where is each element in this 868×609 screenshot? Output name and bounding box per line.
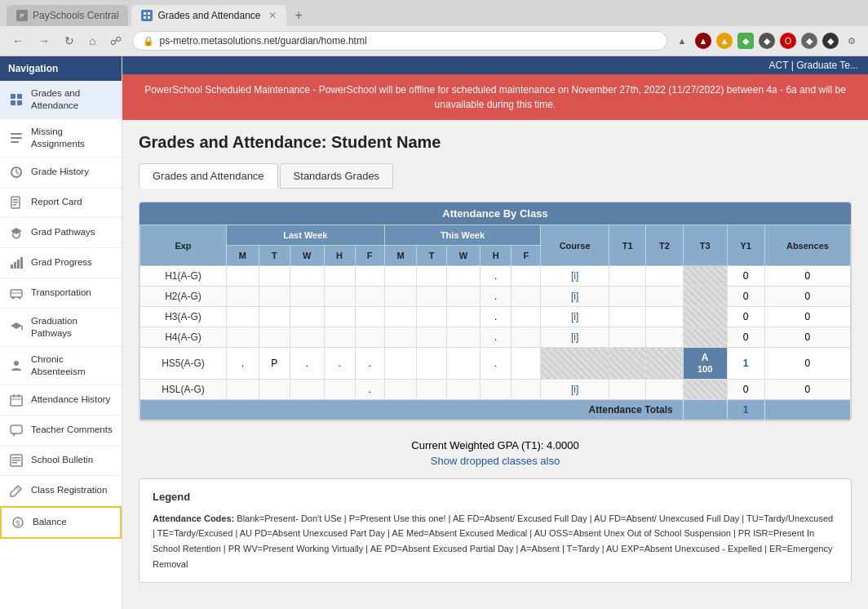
cell-course[interactable]: [i] <box>541 380 609 400</box>
cell-course[interactable]: [i] <box>541 327 609 348</box>
sidebar-item-teacher-comments[interactable]: Teacher Comments <box>0 416 122 446</box>
sidebar-item-class-registration[interactable]: Class Registration <box>0 476 122 506</box>
svg-rect-1 <box>148 12 150 15</box>
cell-tw-t <box>417 287 446 307</box>
col-header-this-week: This Week <box>384 225 541 246</box>
cell-tw-m <box>384 307 417 327</box>
back-button[interactable]: ← <box>8 33 28 49</box>
cell-t2 <box>646 348 683 380</box>
cell-tw-w <box>446 327 480 348</box>
cell-course[interactable]: [i] <box>541 307 609 327</box>
grad-icon <box>8 224 24 241</box>
cell-exp: H3(A-G) <box>140 307 227 327</box>
svg-rect-21 <box>17 260 20 269</box>
sidebar-item-attendance-history[interactable]: Attendance History <box>0 385 122 416</box>
col-header-y1: Y1 <box>727 225 764 266</box>
cell-course <box>541 348 609 380</box>
url-text: ps-metro.metasolutions.net/guardian/home… <box>159 35 366 47</box>
svg-rect-10 <box>11 141 19 143</box>
sidebar-item-school-bulletin[interactable]: School Bulletin <box>0 446 122 476</box>
share-icon[interactable]: ▲ <box>674 33 690 49</box>
cell-t3 <box>683 380 727 400</box>
cell-absences: 0 <box>764 348 850 380</box>
attendance-table-section: Attendance By Class Exp Last Week This W… <box>139 202 852 421</box>
cell-course[interactable]: [i] <box>541 287 609 307</box>
maintenance-text: PowerSchool Scheduled Maintenance - Powe… <box>144 84 846 110</box>
cell-lw-t <box>259 266 290 287</box>
cell-lw-h <box>324 380 355 400</box>
cell-tw-w <box>446 348 480 380</box>
svg-rect-7 <box>17 100 22 105</box>
tab-grades[interactable]: Grades and Attendance ✕ <box>131 5 286 26</box>
cell-tw-f <box>512 287 541 307</box>
sidebar-label-report-card: Report Card <box>31 196 82 208</box>
show-dropped-link[interactable]: Show dropped classes also <box>147 451 844 470</box>
tab-close-btn[interactable]: ✕ <box>268 10 277 21</box>
svg-rect-0 <box>144 12 146 15</box>
new-tab-button[interactable]: + <box>290 8 307 23</box>
cell-lw-w <box>290 307 324 327</box>
settings-icon[interactable]: ⚙ <box>844 33 860 49</box>
legend-codes-label: Attendance Codes: <box>153 513 234 523</box>
sidebar-label-balance: Balance <box>33 516 67 528</box>
cell-tw-f <box>512 327 541 348</box>
warning-icon[interactable]: ▲ <box>716 33 733 49</box>
totals-absences <box>764 400 850 420</box>
ext1-icon[interactable]: ◆ <box>737 33 754 49</box>
col-lw-m: M <box>227 246 259 266</box>
cell-t1 <box>609 287 645 307</box>
url-lock-icon: 🔒 <box>143 36 154 47</box>
pencil-icon <box>8 482 24 499</box>
ext3-icon[interactable]: O <box>780 33 796 49</box>
cell-course[interactable]: [i] <box>541 266 609 287</box>
tab-standards-grades[interactable]: Standards Grades <box>280 163 394 189</box>
cell-t3 <box>683 266 727 287</box>
cell-t2 <box>646 380 683 400</box>
home-button[interactable]: ⌂ <box>85 33 100 49</box>
sidebar-item-balance[interactable]: $ Balance <box>0 506 122 539</box>
cell-y1: 1 <box>727 348 764 380</box>
cell-lw-w <box>290 266 324 287</box>
sidebar-item-transportation[interactable]: Transportation <box>0 278 122 309</box>
cell-lw-m <box>227 287 259 307</box>
col-tw-h: H <box>480 246 512 266</box>
svg-rect-9 <box>11 137 22 139</box>
cell-lw-w: . <box>290 348 324 380</box>
sidebar-item-grades-attendance[interactable]: Grades and Attendance <box>0 81 122 119</box>
sidebar-item-graduation-pathways[interactable]: Graduation Pathways <box>0 309 122 347</box>
cell-tw-w <box>446 307 480 327</box>
svg-text:$: $ <box>16 519 20 527</box>
ext2-icon[interactable]: ◆ <box>759 33 775 49</box>
cell-tw-m <box>384 327 417 348</box>
attendance-section-title: Attendance By Class <box>140 202 851 224</box>
sidebar-item-grad-progress[interactable]: Grad Progress <box>0 248 122 278</box>
cell-absences: 0 <box>764 380 850 400</box>
gpa-section: Current Weighted GPA (T1): 4.0000 Show d… <box>139 431 852 478</box>
svg-rect-39 <box>12 462 17 464</box>
tab-favicon-payschools: P <box>16 10 28 21</box>
sidebar-item-report-card[interactable]: Report Card <box>0 188 122 218</box>
tab-payschools[interactable]: P PaySchools Central <box>7 5 128 26</box>
tab-grades-attendance[interactable]: Grades and Attendance <box>139 163 278 189</box>
sidebar-item-missing-assignments[interactable]: Missing Assignments <box>0 119 122 158</box>
svg-rect-3 <box>148 16 150 19</box>
sidebar-item-chronic-absenteeism[interactable]: Chronic Absenteeism <box>0 347 122 385</box>
url-bar[interactable]: 🔒 ps-metro.metasolutions.net/guardian/ho… <box>132 31 667 51</box>
sidebar-item-grad-pathways[interactable]: Grad Pathways <box>0 218 122 248</box>
sidebar-item-grade-history[interactable]: Grade History <box>0 158 122 188</box>
sidebar-label-grade-history: Grade History <box>31 166 89 178</box>
forward-button[interactable]: → <box>34 33 54 49</box>
refresh-button[interactable]: ↻ <box>60 33 78 49</box>
ext4-icon[interactable]: ◆ <box>801 33 817 49</box>
totals-y1 <box>683 400 727 420</box>
svg-rect-20 <box>14 262 16 269</box>
cell-lw-m: . <box>227 348 259 380</box>
cell-tw-f <box>512 307 541 327</box>
ext5-icon[interactable]: ◆ <box>822 33 839 49</box>
page-tab-nav: Grades and Attendance Standards Grades <box>139 163 852 189</box>
cell-lw-m <box>227 307 259 327</box>
svg-rect-37 <box>12 457 20 459</box>
bookmark-button[interactable]: ☍ <box>106 33 126 49</box>
sidebar-label-attendance-history: Attendance History <box>31 393 110 406</box>
shield-icon[interactable]: ▲ <box>695 33 711 49</box>
